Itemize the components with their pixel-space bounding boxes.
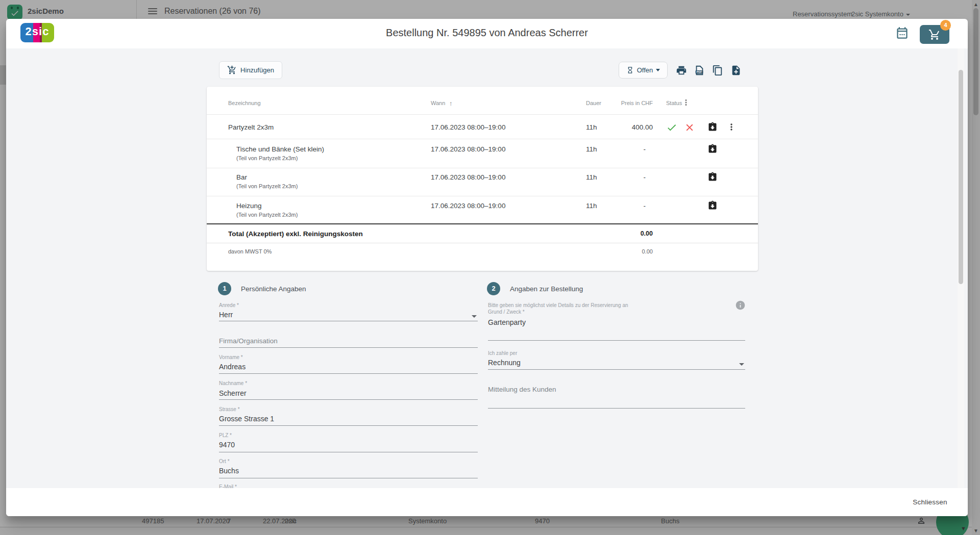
field-underline bbox=[219, 347, 478, 348]
field-underline bbox=[488, 408, 745, 409]
nachname-label: Nachname * bbox=[219, 380, 247, 386]
col-bezeichnung: Bezeichnung bbox=[228, 100, 261, 106]
col-status: Status bbox=[666, 100, 682, 106]
mwst-value: 0.00 bbox=[592, 248, 653, 254]
total-label: Total (Akzeptiert) exkl. Reinigungskoste… bbox=[228, 230, 363, 238]
note-add-icon[interactable] bbox=[730, 65, 743, 77]
field-underline bbox=[219, 373, 478, 374]
info-icon[interactable] bbox=[735, 300, 746, 313]
copy-icon[interactable] bbox=[712, 65, 724, 77]
plz-input[interactable]: 9470 bbox=[219, 441, 235, 449]
section1-step-badge: 1 bbox=[218, 282, 231, 295]
grund-hint-1: Bitte geben sie möglichst viele Details … bbox=[488, 302, 628, 308]
dialog-footer bbox=[6, 488, 968, 516]
section2-title: Angaben zur Bestellung bbox=[510, 285, 583, 293]
col-wann[interactable]: Wann bbox=[431, 100, 445, 106]
strasse-input[interactable]: Grosse Strasse 1 bbox=[219, 415, 274, 423]
item-name: Partyzelt 2x3m bbox=[228, 123, 274, 131]
vorname-input[interactable]: Andreas bbox=[219, 363, 246, 371]
total-divider bbox=[207, 223, 758, 224]
mitteilung-textarea[interactable]: Mitteilung des Kunden bbox=[488, 386, 556, 393]
add-shopping-cart-icon bbox=[227, 65, 237, 75]
item-preis: 400.00 bbox=[592, 123, 653, 131]
item-name: Bar bbox=[236, 173, 247, 181]
order-dialog: 2sic Bestellung Nr. 549895 von Andreas S… bbox=[6, 19, 968, 516]
ort-label: Ort * bbox=[219, 458, 230, 464]
dialog-title: Bestellung Nr. 549895 von Andreas Scherr… bbox=[6, 27, 968, 39]
section2-step-badge: 2 bbox=[487, 282, 500, 295]
column-menu-icon[interactable] bbox=[681, 98, 691, 109]
close-button[interactable]: Schliessen bbox=[904, 494, 955, 511]
item-wann: 17.06.2023 08:00–19:00 bbox=[431, 123, 505, 131]
print-icon[interactable] bbox=[676, 65, 688, 77]
item-teil: (Teil von Partyzelt 2x3m) bbox=[236, 155, 298, 161]
item-name: Tische und Bänke (Set klein) bbox=[236, 145, 324, 153]
chevron-down-icon bbox=[656, 69, 660, 71]
field-underline bbox=[488, 369, 745, 370]
pdf-export-icon[interactable]: PDF bbox=[694, 65, 706, 77]
order-items-table: Bezeichnung Wann ↑ Dauer Preis in CHF St… bbox=[207, 87, 758, 271]
section1-title: Persönliche Angaben bbox=[241, 285, 306, 293]
grund-hint-2: Grund / Zweck * bbox=[488, 309, 525, 315]
item-wann: 17.06.2023 08:00–19:00 bbox=[431, 202, 505, 210]
more-vert-icon[interactable] bbox=[726, 122, 737, 134]
field-underline bbox=[219, 452, 478, 452]
chevron-down-icon[interactable] bbox=[472, 315, 477, 318]
field-underline bbox=[488, 340, 745, 341]
col-preis: Preis in CHF bbox=[592, 100, 653, 106]
archive-icon[interactable] bbox=[707, 172, 718, 184]
item-wann: 17.06.2023 08:00–19:00 bbox=[431, 173, 505, 181]
item-name: Heizung bbox=[236, 202, 262, 210]
hourglass-icon bbox=[626, 66, 634, 74]
divider bbox=[207, 196, 758, 196]
add-item-button[interactable]: Hinzufügen bbox=[219, 61, 282, 79]
archive-icon[interactable] bbox=[707, 144, 718, 156]
vorname-label: Vorname * bbox=[219, 354, 243, 360]
accept-icon[interactable] bbox=[666, 122, 677, 135]
item-preis: - bbox=[592, 202, 653, 210]
dialog-scrollbar-thumb[interactable] bbox=[959, 70, 963, 284]
item-wann: 17.06.2023 08:00–19:00 bbox=[431, 145, 505, 153]
mwst-label: davon MWST 0% bbox=[228, 248, 272, 254]
sort-asc-icon[interactable]: ↑ bbox=[449, 99, 453, 107]
strasse-label: Strasse * bbox=[219, 406, 240, 412]
plz-label: PLZ * bbox=[219, 432, 232, 438]
archive-icon[interactable] bbox=[707, 200, 718, 213]
anrede-select[interactable]: Herr bbox=[219, 311, 233, 319]
svg-text:PDF: PDF bbox=[697, 70, 703, 73]
calendar-icon[interactable] bbox=[895, 26, 911, 41]
grund-textarea[interactable]: Gartenparty bbox=[488, 318, 526, 326]
divider bbox=[207, 168, 758, 168]
divider bbox=[207, 243, 758, 243]
ort-input[interactable]: Buchs bbox=[219, 467, 239, 475]
reject-icon[interactable] bbox=[684, 122, 695, 135]
chevron-down-icon[interactable] bbox=[739, 363, 744, 366]
field-underline bbox=[219, 478, 478, 478]
zahlung-select[interactable]: Rechnung bbox=[488, 359, 521, 367]
nachname-input[interactable]: Scherrer bbox=[219, 389, 247, 397]
anrede-label: Anrede * bbox=[219, 302, 239, 308]
total-value: 0.00 bbox=[592, 230, 653, 237]
field-underline bbox=[219, 399, 478, 400]
status-dropdown[interactable]: Offen bbox=[619, 62, 668, 79]
firma-input[interactable]: Firma/Organisation bbox=[219, 337, 278, 345]
item-preis: - bbox=[592, 145, 653, 153]
archive-icon[interactable] bbox=[707, 122, 718, 134]
cart-icon bbox=[928, 29, 941, 41]
field-underline bbox=[219, 425, 478, 426]
screen: 2sicDemo Reservationen (26 von 76) Reser… bbox=[0, 0, 980, 535]
item-teil: (Teil von Partyzelt 2x3m) bbox=[236, 212, 298, 218]
zahlung-label: Ich zahle per bbox=[488, 350, 517, 356]
field-underline bbox=[219, 321, 478, 321]
divider bbox=[207, 139, 758, 139]
divider bbox=[207, 114, 758, 115]
item-preis: - bbox=[592, 173, 653, 181]
item-teil: (Teil von Partyzelt 2x3m) bbox=[236, 183, 298, 189]
cart-badge: 4 bbox=[940, 20, 951, 31]
